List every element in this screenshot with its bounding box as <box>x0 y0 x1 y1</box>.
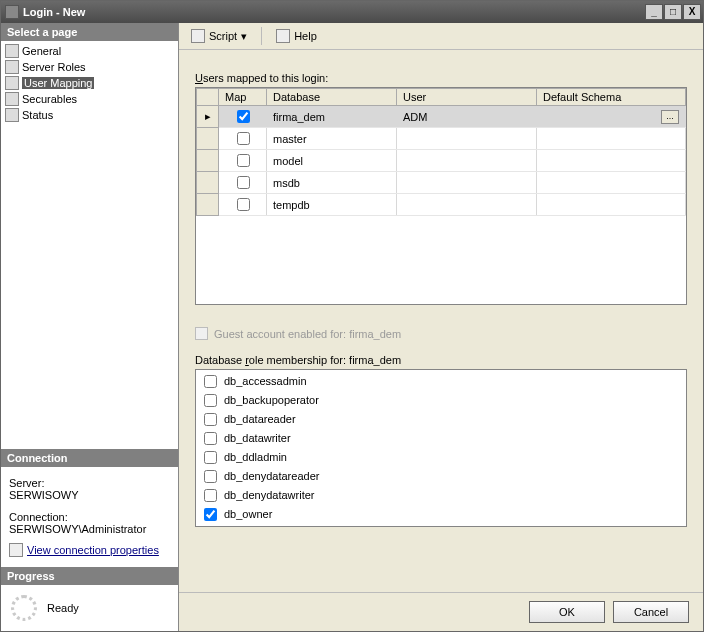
page-icon <box>5 76 19 90</box>
sidebar-item-label: Server Roles <box>22 61 86 73</box>
users-mapped-grid[interactable]: Map Database User Default Schema ▸firma_… <box>195 87 687 305</box>
role-item[interactable]: db_datareader <box>198 410 684 429</box>
role-checkbox[interactable] <box>204 451 217 464</box>
sidebar-item-label: Status <box>22 109 53 121</box>
row-header[interactable]: ▸ <box>197 106 219 128</box>
cell-schema[interactable] <box>537 172 686 194</box>
server-value: SERWISOWY <box>9 489 170 501</box>
cell-database[interactable]: firma_dem <box>267 106 397 128</box>
cell-user[interactable] <box>397 128 537 150</box>
toolbar: Script ▾ Help <box>179 23 703 50</box>
role-item[interactable]: db_datawriter <box>198 429 684 448</box>
sidebar-item-server-roles[interactable]: Server Roles <box>3 59 176 75</box>
sidebar: Select a page General Server Roles User … <box>1 23 179 631</box>
col-user[interactable]: User <box>397 89 537 106</box>
col-schema[interactable]: Default Schema <box>537 89 686 106</box>
role-checkbox[interactable] <box>204 375 217 388</box>
table-row[interactable]: model <box>197 150 686 172</box>
guest-account-checkbox: Guest account enabled for: firma_dem <box>195 327 687 340</box>
app-icon <box>5 5 19 19</box>
map-checkbox[interactable] <box>237 132 250 145</box>
cell-user[interactable]: ADM <box>397 106 537 128</box>
row-header[interactable] <box>197 172 219 194</box>
roles-label: Database role membership for: firma_dem <box>195 354 687 366</box>
cell-user[interactable] <box>397 150 537 172</box>
help-label: Help <box>294 30 317 42</box>
role-item[interactable]: db_denydatawriter <box>198 486 684 505</box>
row-header[interactable] <box>197 128 219 150</box>
cell-database[interactable]: master <box>267 128 397 150</box>
map-checkbox[interactable] <box>237 154 250 167</box>
role-item[interactable]: db_backupoperator <box>198 391 684 410</box>
browse-schema-button[interactable]: ... <box>661 110 679 124</box>
role-item[interactable]: db_owner <box>198 505 684 524</box>
role-name: db_owner <box>224 507 272 522</box>
col-map[interactable]: Map <box>219 89 267 106</box>
role-item[interactable]: db_ddladmin <box>198 448 684 467</box>
page-icon <box>5 60 19 74</box>
map-checkbox[interactable] <box>237 110 250 123</box>
close-button[interactable]: X <box>683 4 701 20</box>
cell-schema[interactable] <box>537 194 686 216</box>
role-checkbox[interactable] <box>204 489 217 502</box>
sidebar-item-label: General <box>22 45 61 57</box>
map-checkbox[interactable] <box>237 176 250 189</box>
row-header[interactable] <box>197 150 219 172</box>
role-item[interactable]: db_denydatareader <box>198 467 684 486</box>
sidebar-item-status[interactable]: Status <box>3 107 176 123</box>
connection-value: SERWISOWY\Administrator <box>9 523 170 535</box>
cell-schema[interactable] <box>537 150 686 172</box>
table-row[interactable]: tempdb <box>197 194 686 216</box>
users-mapped-label: Users mapped to this login: <box>195 72 687 84</box>
toolbar-separator <box>261 27 262 45</box>
role-checkbox[interactable] <box>204 432 217 445</box>
help-button[interactable]: Help <box>272 27 321 45</box>
checkbox-disabled-icon <box>195 327 208 340</box>
role-checkbox[interactable] <box>204 508 217 521</box>
col-database[interactable]: Database <box>267 89 397 106</box>
role-checkbox[interactable] <box>204 413 217 426</box>
connection-label: Connection: <box>9 511 170 523</box>
sidebar-item-label: Securables <box>22 93 77 105</box>
view-connection-properties-link[interactable]: View connection properties <box>27 544 159 556</box>
role-checkbox[interactable] <box>204 394 217 407</box>
role-name: db_backupoperator <box>224 393 319 408</box>
map-checkbox[interactable] <box>237 198 250 211</box>
role-membership-list[interactable]: db_accessadmindb_backupoperatordb_datare… <box>195 369 687 527</box>
main-panel: Script ▾ Help Users mapped to this login… <box>179 23 703 631</box>
progress-status: Ready <box>47 602 79 614</box>
cell-schema[interactable] <box>537 128 686 150</box>
cell-user[interactable] <box>397 172 537 194</box>
script-button[interactable]: Script ▾ <box>187 27 251 45</box>
sidebar-item-general[interactable]: General <box>3 43 176 59</box>
role-name: db_datawriter <box>224 431 291 446</box>
window-title: Login - New <box>23 6 644 18</box>
role-item[interactable]: db_securityadmin <box>198 524 684 527</box>
cell-schema[interactable]: ... <box>537 106 686 128</box>
connection-header: Connection <box>1 449 178 467</box>
role-checkbox[interactable] <box>204 470 217 483</box>
cell-user[interactable] <box>397 194 537 216</box>
script-icon <box>191 29 205 43</box>
table-row[interactable]: msdb <box>197 172 686 194</box>
login-new-window: Login - New _ □ X Select a page General … <box>0 0 704 632</box>
cell-database[interactable]: model <box>267 150 397 172</box>
cancel-button[interactable]: Cancel <box>613 601 689 623</box>
ok-button[interactable]: OK <box>529 601 605 623</box>
script-label: Script <box>209 30 237 42</box>
sidebar-item-user-mapping[interactable]: User Mapping <box>3 75 176 91</box>
role-item[interactable]: db_accessadmin <box>198 372 684 391</box>
cell-database[interactable]: tempdb <box>267 194 397 216</box>
chevron-down-icon: ▾ <box>241 30 247 43</box>
row-header[interactable] <box>197 194 219 216</box>
connection-panel: Server: SERWISOWY Connection: SERWISOWY\… <box>1 467 178 567</box>
minimize-button[interactable]: _ <box>645 4 663 20</box>
table-row[interactable]: ▸firma_demADM... <box>197 106 686 128</box>
sidebar-item-securables[interactable]: Securables <box>3 91 176 107</box>
select-page-header: Select a page <box>1 23 178 41</box>
maximize-button[interactable]: □ <box>664 4 682 20</box>
progress-panel: Ready <box>1 585 178 631</box>
page-icon <box>5 108 19 122</box>
table-row[interactable]: master <box>197 128 686 150</box>
cell-database[interactable]: msdb <box>267 172 397 194</box>
